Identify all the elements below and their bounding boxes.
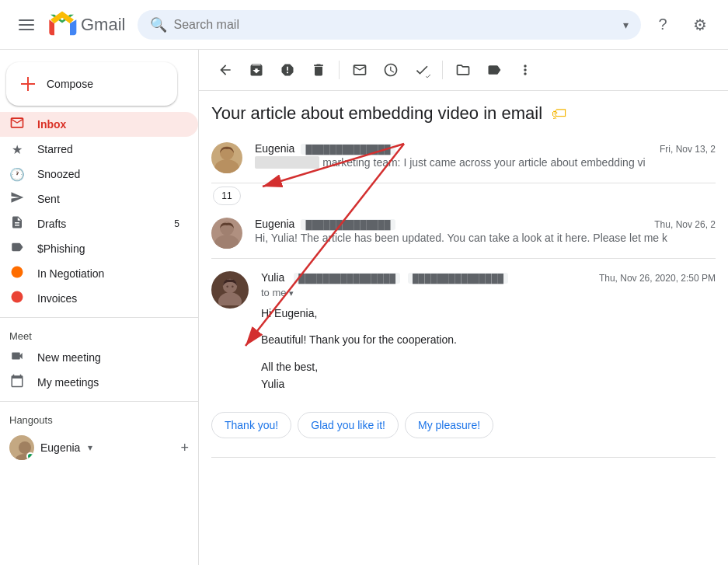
sidebar-nav: Inbox ★ Starred 🕐 Snoozed Sent <box>0 112 198 311</box>
sidebar-item-phishing[interactable]: $Phishing <box>0 236 198 261</box>
message-3-header: Yulia ████████████████ ███████████████ T… <box>261 271 716 284</box>
message-3-body: Hi Eugenia, Beautiful! Thank you for the… <box>261 305 716 393</box>
toolbar-divider-2 <box>442 61 443 79</box>
sidebar-item-snoozed-label: Snoozed <box>37 168 179 180</box>
sender-3-email: ████████████████ <box>294 273 400 284</box>
back-button[interactable] <box>211 56 239 84</box>
message-1-header: Eugenia ██████████████ Fri, Nov 13, 2 <box>255 142 716 155</box>
message-2-header: Eugenia ██████████████ Thu, Nov 26, 2 <box>255 218 716 230</box>
help-button[interactable]: ? <box>647 9 678 40</box>
hamburger-menu[interactable] <box>12 13 40 37</box>
message-1-content: Eugenia ██████████████ Fri, Nov 13, 2 ██… <box>255 142 716 173</box>
message-3-to: to me ▾ <box>261 287 716 298</box>
mark-unread-button[interactable] <box>346 56 374 84</box>
sidebar-item-inbox[interactable]: Inbox <box>0 112 198 137</box>
label-button[interactable] <box>480 56 508 84</box>
sidebar-item-invoices-label: Invoices <box>37 292 179 305</box>
message-2-content: Eugenia ██████████████ Thu, Nov 26, 2 Hi… <box>255 218 716 249</box>
sender-avatar-2 <box>211 218 242 249</box>
meet-section-title: Meet <box>0 324 198 345</box>
message-3-layout: Yulia ████████████████ ███████████████ T… <box>211 271 716 393</box>
sent-icon <box>9 190 25 208</box>
move-to-button[interactable] <box>449 56 477 84</box>
hangouts-avatar <box>9 435 34 460</box>
hangouts-user-name: Eugenia <box>40 441 80 454</box>
sidebar-item-sent-label: Sent <box>37 193 179 205</box>
archive-button[interactable] <box>242 56 270 84</box>
settings-button[interactable]: ⚙ <box>684 9 716 40</box>
hangouts-user-item[interactable]: Eugenia ▾ + <box>0 429 198 466</box>
svg-point-10 <box>226 286 228 288</box>
gmail-logo: Gmail <box>47 9 125 40</box>
delete-button[interactable] <box>305 56 333 84</box>
svg-point-0 <box>12 267 23 278</box>
sidebar-item-new-meeting[interactable]: New meeting <box>0 345 198 370</box>
email-message-1[interactable]: Eugenia ██████████████ Fri, Nov 13, 2 ██… <box>211 133 716 183</box>
message-3-content: Yulia ████████████████ ███████████████ T… <box>261 271 716 393</box>
smart-reply-pleasure[interactable]: My pleasure! <box>405 412 493 438</box>
negotiation-icon <box>9 265 25 282</box>
sidebar-item-starred[interactable]: ★ Starred <box>0 137 198 162</box>
compose-label: Compose <box>47 78 93 90</box>
drafts-badge: 5 <box>174 218 179 229</box>
drafts-icon <box>9 215 25 232</box>
sidebar-item-my-meetings[interactable]: My meetings <box>0 370 198 395</box>
smart-reply-glad[interactable]: Glad you like it! <box>298 412 399 438</box>
svg-point-9 <box>218 292 242 305</box>
sender-1-name: Eugenia <box>255 142 294 155</box>
search-bar[interactable]: 🔍 ▾ <box>138 10 641 40</box>
search-dropdown-icon[interactable]: ▾ <box>623 19 629 31</box>
snoozed-icon: 🕐 <box>9 167 25 182</box>
smart-reply-thank-you[interactable]: Thank you! <box>211 412 291 438</box>
sidebar-item-drafts[interactable]: Drafts 5 <box>0 211 198 236</box>
sidebar-item-drafts-label: Drafts <box>37 218 162 230</box>
logo-text: Gmail <box>81 15 125 35</box>
sidebar-divider-2 <box>0 401 198 402</box>
message-3-date: Thu, Nov 26, 2020, 2:50 PM <box>599 273 716 284</box>
starred-icon: ★ <box>9 142 25 157</box>
collapse-count[interactable]: 11 <box>213 187 240 205</box>
sender-3-name: Yulia <box>261 271 284 284</box>
compose-button[interactable]: Compose <box>6 62 177 106</box>
compose-plus-icon <box>19 75 37 93</box>
sidebar-item-sent[interactable]: Sent <box>0 187 198 211</box>
message-1-preview: ████ ████ marketing team: I just came ac… <box>255 156 716 169</box>
sidebar-item-inbox-label: Inbox <box>37 118 179 131</box>
svg-point-11 <box>232 286 234 288</box>
collapse-indicator[interactable]: 11 <box>211 183 716 208</box>
smart-replies: Thank you! Glad you like it! My pleasure… <box>211 406 716 445</box>
sidebar-item-new-meeting-label: New meeting <box>37 351 179 364</box>
my-meetings-icon <box>9 374 25 391</box>
sidebar-item-negotiation[interactable]: In Negotiation <box>0 261 198 286</box>
message-3-to-dropdown[interactable]: ▾ <box>289 288 294 298</box>
hangouts-add-button[interactable]: + <box>180 440 189 456</box>
sidebar-item-negotiation-label: In Negotiation <box>37 267 179 280</box>
sidebar-item-invoices[interactable]: Invoices <box>0 286 198 311</box>
sender-3-email2: ███████████████ <box>408 273 508 284</box>
sidebar-item-my-meetings-label: My meetings <box>37 376 179 389</box>
more-options-button[interactable] <box>511 56 539 84</box>
report-spam-button[interactable] <box>273 56 301 84</box>
sender-avatar-3 <box>211 271 249 309</box>
gmail-logo-svg <box>47 9 78 40</box>
search-input[interactable] <box>173 18 617 32</box>
email-message-2[interactable]: Eugenia ██████████████ Thu, Nov 26, 2 Hi… <box>211 208 716 259</box>
sidebar: Compose Inbox ★ Starred 🕐 Snoozed <box>0 50 199 565</box>
mark-done-button[interactable] <box>408 56 436 84</box>
svg-point-1 <box>12 291 23 303</box>
svg-point-5 <box>214 159 239 173</box>
thread-star-icon[interactable]: 🏷 <box>552 105 567 123</box>
snooze-button[interactable] <box>377 56 405 84</box>
sidebar-item-snoozed[interactable]: 🕐 Snoozed <box>0 162 198 187</box>
hangouts-dropdown-icon[interactable]: ▾ <box>88 442 92 453</box>
message-1-date: Fri, Nov 13, 2 <box>660 144 716 155</box>
thread-title-row: Your article about embedding video in em… <box>211 91 716 133</box>
invoices-icon <box>9 290 25 307</box>
email-message-3: Yulia ████████████████ ███████████████ T… <box>211 259 716 458</box>
sidebar-item-starred-label: Starred <box>37 143 179 155</box>
sidebar-item-phishing-label: $Phishing <box>37 242 179 255</box>
new-meeting-icon <box>9 349 25 366</box>
email-toolbar <box>199 50 728 91</box>
sender-2-name: Eugenia <box>255 218 294 230</box>
main-content: Your article about embedding video in em… <box>199 50 728 565</box>
